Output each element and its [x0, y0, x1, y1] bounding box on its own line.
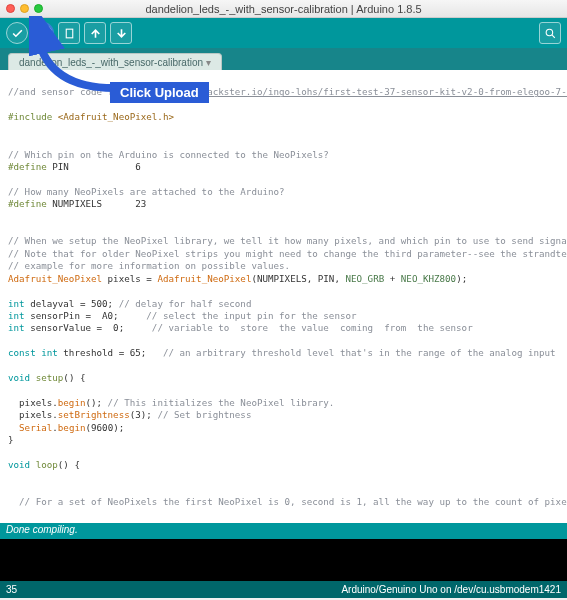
code-line: (9600); — [86, 422, 125, 433]
code-line — [8, 422, 19, 433]
board-port: Arduino/Genuino Uno on /dev/cu.usbmodem1… — [341, 584, 561, 595]
code-line: int — [8, 322, 25, 333]
code-line: setup — [36, 372, 64, 383]
toolbar — [0, 18, 567, 48]
code-line: https://www.hackster.io/ingo-lohs/first-… — [135, 86, 567, 97]
code-editor[interactable]: //and sensor code from https://www.hacks… — [0, 70, 567, 523]
lens-icon — [544, 27, 557, 40]
code-line: NUMPIXELS — [52, 198, 102, 209]
code-line: (NUMPIXELS, PIN, — [251, 273, 345, 284]
code-line: // When we setup the NeoPixel library, w… — [8, 235, 567, 246]
arrow-up-icon — [89, 27, 102, 40]
code-line: pixels = — [102, 273, 157, 284]
save-sketch-button[interactable] — [110, 22, 132, 44]
code-line: #define — [8, 198, 52, 209]
tabbar: dandelion_leds_-_with_sensor-calibration… — [0, 48, 567, 70]
file-icon — [63, 27, 76, 40]
code-line: begin — [58, 397, 86, 408]
code-line: void — [8, 372, 30, 383]
open-sketch-button[interactable] — [84, 22, 106, 44]
code-line: Adafruit_NeoPixel — [157, 273, 251, 284]
arrow-right-icon — [37, 27, 50, 40]
window-title: dandelion_leds_-_with_sensor-calibration… — [0, 3, 567, 15]
titlebar: dandelion_leds_-_with_sensor-calibration… — [0, 0, 567, 18]
status-bar: Done compiling. — [0, 523, 567, 539]
code-line: // Note that for older NeoPixel strips y… — [8, 248, 567, 259]
code-line: (); — [85, 397, 107, 408]
code-line: // an arbitrary threshold level that's i… — [163, 347, 556, 358]
code-line: ); — [456, 273, 467, 284]
arrow-down-icon — [115, 27, 128, 40]
tab-dropdown-icon[interactable]: ▾ — [206, 57, 211, 68]
code-line: sensorValue = 0; — [25, 322, 152, 333]
code-line: begin — [58, 422, 86, 433]
code-line: // How many NeoPixels are attached to th… — [8, 186, 285, 197]
code-line: sensorPin = A0; — [25, 310, 147, 321]
code-line: delayval = 500; — [25, 298, 119, 309]
code-line: // For a set of NeoPixels the first NeoP… — [8, 496, 567, 507]
line-number: 35 — [6, 584, 17, 595]
code-line: + — [384, 273, 401, 284]
code-line: // Set brightness — [157, 409, 251, 420]
code-line: <Adafruit_NeoPixel.h> — [58, 111, 174, 122]
code-line: (3); — [130, 409, 158, 420]
code-line: void — [8, 459, 30, 470]
code-line: // delay for half second — [119, 298, 252, 309]
sketch-tab[interactable]: dandelion_leds_-_with_sensor-calibration… — [8, 53, 222, 70]
status-message: Done compiling. — [6, 524, 78, 535]
code-line: // example for more information on possi… — [8, 260, 290, 271]
code-line: pixels. — [8, 409, 58, 420]
code-line: 6 — [69, 161, 141, 172]
code-line: loop — [36, 459, 58, 470]
footer-bar: 35 Arduino/Genuino Uno on /dev/cu.usbmod… — [0, 581, 567, 598]
code-line: #include — [8, 111, 58, 122]
code-line: Adafruit_NeoPixel — [8, 273, 102, 284]
code-line: // Dandelion LEDs — [8, 521, 113, 523]
code-line: } — [8, 434, 14, 445]
code-line: threshold = 65; — [58, 347, 163, 358]
svg-rect-0 — [66, 29, 73, 38]
svg-point-1 — [546, 29, 553, 36]
serial-monitor-button[interactable] — [539, 22, 561, 44]
code-line: int — [8, 298, 25, 309]
code-line: () { — [63, 372, 85, 383]
code-line: PIN — [52, 161, 69, 172]
upload-button[interactable] — [32, 22, 54, 44]
code-line: // variable to store the value coming fr… — [152, 322, 473, 333]
code-line: // This initializes the NeoPixel library… — [108, 397, 335, 408]
code-line: 23 — [102, 198, 146, 209]
code-line: () { — [58, 459, 80, 470]
tab-label: dandelion_leds_-_with_sensor-calibration — [19, 57, 203, 68]
code-line: Serial — [19, 422, 52, 433]
code-line: int — [8, 310, 25, 321]
verify-button[interactable] — [6, 22, 28, 44]
code-line: NEO_KHZ800 — [401, 273, 456, 284]
console-output[interactable] — [0, 539, 567, 581]
code-line: #define — [8, 161, 52, 172]
check-icon — [11, 27, 24, 40]
code-line: NEO_GRB — [345, 273, 384, 284]
code-line: pixels. — [8, 397, 58, 408]
code-line: setBrightness — [58, 409, 130, 420]
code-line: // select the input pin for the sensor — [146, 310, 356, 321]
new-sketch-button[interactable] — [58, 22, 80, 44]
code-line: const int — [8, 347, 58, 358]
code-line: //and sensor code from — [8, 86, 135, 97]
code-line: // Which pin on the Arduino is connected… — [8, 149, 329, 160]
